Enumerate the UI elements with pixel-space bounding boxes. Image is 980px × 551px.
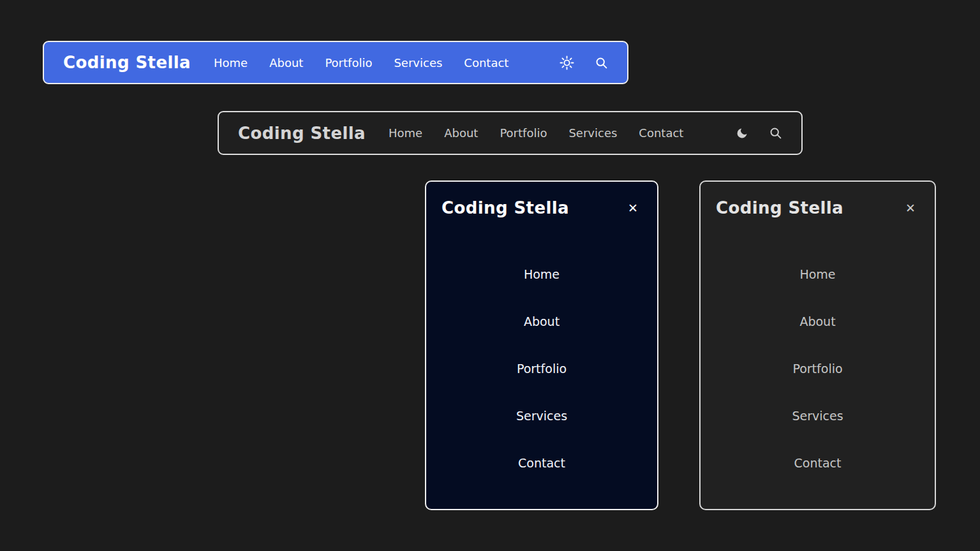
search-icon[interactable] <box>595 56 608 70</box>
nav-link-portfolio[interactable]: Portfolio <box>325 56 372 70</box>
menu-links: Home About Portfolio Services Contact <box>426 267 657 470</box>
moon-icon[interactable] <box>736 127 748 140</box>
menu-item-services[interactable]: Services <box>792 409 843 423</box>
nav-link-about[interactable]: About <box>269 56 303 70</box>
close-icon[interactable]: ✕ <box>903 200 918 217</box>
brand-logo: Coding Stella <box>442 198 569 217</box>
nav-link-home[interactable]: Home <box>214 56 248 70</box>
brand-logo: Coding Stella <box>238 124 366 143</box>
menu-header: Coding Stella ✕ <box>701 182 935 217</box>
menu-item-contact[interactable]: Contact <box>518 456 565 470</box>
menu-item-contact[interactable]: Contact <box>794 456 842 470</box>
close-icon[interactable]: ✕ <box>625 200 641 217</box>
menu-item-portfolio[interactable]: Portfolio <box>517 362 567 376</box>
nav-link-home[interactable]: Home <box>389 126 422 140</box>
nav-links: Home About Portfolio Services Contact <box>389 126 683 140</box>
menu-item-home[interactable]: Home <box>799 267 835 281</box>
nav-links: Home About Portfolio Services Contact <box>214 56 509 70</box>
navbar-dark-theme: Coding Stella Home About Portfolio Servi… <box>218 111 803 155</box>
nav-link-contact[interactable]: Contact <box>464 56 509 70</box>
nav-icon-group <box>560 55 608 70</box>
nav-link-services[interactable]: Services <box>394 56 442 70</box>
navbar-light-theme: Coding Stella Home About Portfolio Servi… <box>43 41 628 84</box>
nav-link-about[interactable]: About <box>444 126 478 140</box>
menu-item-portfolio[interactable]: Portfolio <box>792 362 842 376</box>
nav-link-contact[interactable]: Contact <box>639 126 683 140</box>
search-icon[interactable] <box>769 126 782 140</box>
menu-item-home[interactable]: Home <box>524 267 560 281</box>
menu-item-about[interactable]: About <box>799 314 835 328</box>
menu-item-about[interactable]: About <box>524 314 560 328</box>
nav-icon-group <box>736 126 782 140</box>
brand-logo: Coding Stella <box>716 198 843 217</box>
sun-icon[interactable] <box>560 55 574 70</box>
mobile-menu-dark: Coding Stella ✕ Home About Portfolio Ser… <box>699 180 936 510</box>
brand-logo: Coding Stella <box>63 53 191 72</box>
mobile-menu-navy: Coding Stella ✕ Home About Portfolio Ser… <box>425 180 658 510</box>
nav-link-portfolio[interactable]: Portfolio <box>500 126 547 140</box>
menu-links: Home About Portfolio Services Contact <box>701 267 935 470</box>
menu-header: Coding Stella ✕ <box>426 182 657 217</box>
nav-link-services[interactable]: Services <box>568 126 617 140</box>
menu-item-services[interactable]: Services <box>516 409 567 423</box>
